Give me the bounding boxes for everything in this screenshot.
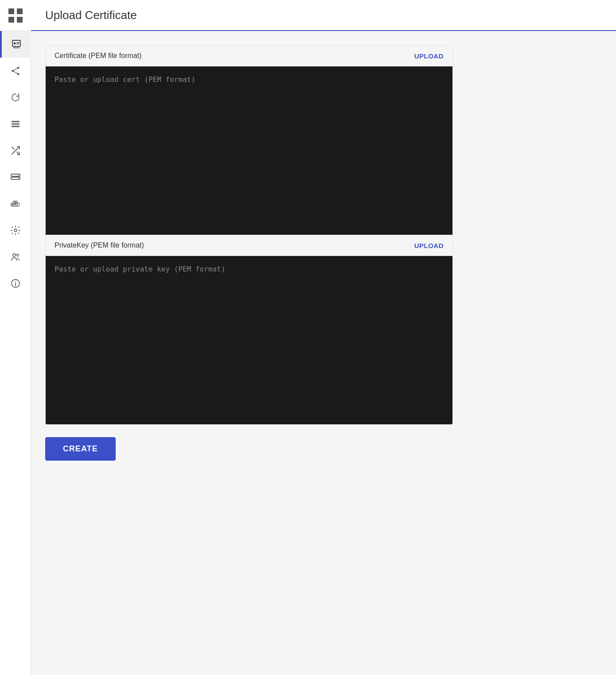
sidebar-item-storage[interactable]: [0, 164, 31, 190]
cert-label: Certificate (PEM file format): [55, 52, 141, 60]
svg-rect-15: [12, 124, 19, 125]
svg-point-31: [15, 281, 16, 282]
app-logo: [0, 0, 31, 31]
key-section: PrivateKey (PEM file format) UPLOAD: [46, 235, 452, 424]
svg-rect-2: [8, 17, 14, 23]
sidebar: [0, 0, 31, 675]
key-label: PrivateKey (PEM file format): [55, 241, 144, 249]
svg-point-9: [17, 67, 19, 69]
svg-point-26: [14, 229, 17, 232]
svg-rect-25: [16, 201, 17, 203]
svg-rect-1: [17, 8, 23, 14]
svg-rect-0: [8, 8, 14, 14]
upload-card: Certificate (PEM file format) UPLOAD Pri…: [45, 45, 453, 425]
svg-line-12: [14, 68, 17, 70]
svg-rect-16: [12, 126, 19, 127]
sidebar-item-list[interactable]: [0, 111, 31, 137]
cert-section: Certificate (PEM file format) UPLOAD: [46, 46, 452, 235]
sidebar-item-settings[interactable]: [0, 217, 31, 244]
svg-point-11: [17, 73, 19, 75]
svg-rect-24: [13, 201, 15, 203]
cert-upload-button[interactable]: UPLOAD: [414, 52, 444, 60]
svg-rect-21: [11, 203, 13, 205]
main-area: Upload Certificate Certificate (PEM file…: [31, 0, 616, 675]
svg-rect-22: [13, 203, 15, 205]
svg-point-19: [18, 175, 19, 176]
svg-rect-14: [12, 121, 19, 122]
key-header: PrivateKey (PEM file format) UPLOAD: [46, 235, 452, 256]
sidebar-item-certificates[interactable]: [0, 31, 31, 58]
sidebar-item-shuffle[interactable]: [0, 137, 31, 164]
svg-rect-3: [17, 17, 23, 23]
key-textarea[interactable]: [46, 256, 452, 424]
content-area: Certificate (PEM file format) UPLOAD Pri…: [31, 31, 616, 675]
svg-point-10: [12, 70, 14, 72]
svg-point-20: [18, 178, 19, 179]
cert-textarea[interactable]: [46, 66, 452, 235]
svg-line-13: [14, 71, 17, 74]
svg-point-5: [13, 43, 16, 45]
sidebar-item-docker[interactable]: [0, 190, 31, 217]
sidebar-item-users[interactable]: [0, 244, 31, 270]
topbar: Upload Certificate: [31, 0, 616, 31]
svg-point-27: [13, 254, 16, 256]
page-title: Upload Certificate: [45, 8, 137, 22]
sidebar-item-info[interactable]: [0, 270, 31, 297]
create-button[interactable]: CREATE: [45, 437, 116, 461]
key-upload-button[interactable]: UPLOAD: [414, 242, 444, 249]
cert-header: Certificate (PEM file format) UPLOAD: [46, 46, 452, 66]
sidebar-item-refresh[interactable]: [0, 84, 31, 111]
svg-rect-23: [16, 203, 17, 205]
svg-point-28: [16, 254, 19, 256]
sidebar-item-share[interactable]: [0, 58, 31, 84]
